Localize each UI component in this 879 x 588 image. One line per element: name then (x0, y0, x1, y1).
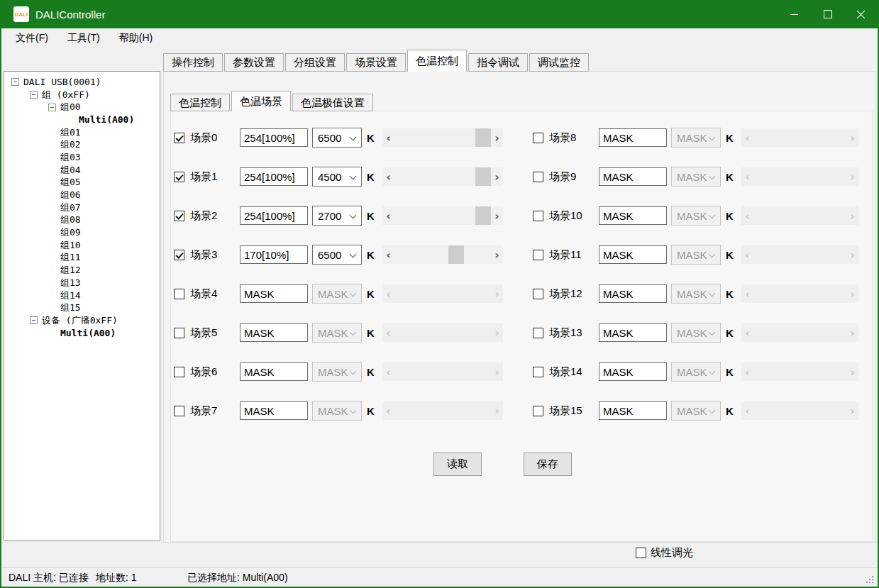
scroll-left-icon[interactable] (382, 362, 394, 381)
scroll-left-icon[interactable] (741, 401, 753, 420)
scene-level-scrollbar[interactable] (741, 128, 858, 147)
scroll-right-icon[interactable] (491, 167, 503, 186)
minimize-button[interactable] (778, 0, 811, 28)
tree-item[interactable]: 组07 (4, 201, 160, 214)
tree-item[interactable]: 组13 (4, 277, 160, 289)
collapse-icon[interactable] (30, 316, 38, 324)
tree-item[interactable]: 组08 (4, 214, 160, 227)
tree-item[interactable]: 组 (0xFF) (4, 89, 160, 101)
scroll-right-icon[interactable] (846, 206, 858, 225)
tree-item[interactable]: 组12 (4, 264, 160, 277)
scroll-right-icon[interactable] (491, 323, 503, 342)
scene-kelvin-select[interactable]: MASK (312, 284, 362, 304)
tab-command-debug[interactable]: 指令调试 (468, 53, 528, 72)
scene-level-scrollbar[interactable] (741, 167, 858, 186)
tree-item[interactable]: 组01 (4, 126, 160, 139)
scroll-right-icon[interactable] (846, 245, 858, 264)
menu-item-help[interactable]: 帮助(H) (112, 29, 160, 48)
scroll-left-icon[interactable] (382, 245, 394, 264)
scroll-left-icon[interactable] (382, 284, 394, 303)
scene-kelvin-select[interactable]: MASK (671, 245, 721, 265)
scene-level-input[interactable] (240, 167, 308, 186)
scroll-left-icon[interactable] (382, 128, 394, 147)
scene-kelvin-select[interactable]: 6500 (312, 128, 362, 148)
tab-scene-settings[interactable]: 场景设置 (346, 53, 406, 72)
scene-level-input[interactable] (599, 323, 667, 342)
scroll-left-icon[interactable] (741, 206, 753, 225)
scene-level-input[interactable] (599, 284, 667, 303)
scroll-thumb[interactable] (475, 128, 491, 147)
tab-operation-control[interactable]: 操作控制 (163, 53, 223, 72)
scroll-right-icon[interactable] (491, 245, 503, 264)
scene-level-scrollbar[interactable] (382, 362, 503, 381)
scroll-right-icon[interactable] (491, 362, 503, 381)
scroll-left-icon[interactable] (382, 323, 394, 342)
scene-checkbox[interactable] (174, 328, 184, 338)
scene-level-input[interactable] (240, 323, 308, 342)
tree-item[interactable]: DALI USB(0001) (4, 76, 160, 89)
scroll-right-icon[interactable] (491, 128, 503, 147)
scroll-right-icon[interactable] (491, 284, 503, 303)
scene-checkbox[interactable] (533, 406, 543, 416)
scene-level-input[interactable] (240, 206, 308, 225)
scene-checkbox[interactable] (174, 172, 184, 182)
tree-item[interactable]: 组06 (4, 189, 160, 201)
save-button[interactable]: 保存 (524, 453, 572, 476)
scene-level-scrollbar[interactable] (382, 323, 503, 342)
scene-kelvin-select[interactable]: 4500 (312, 167, 362, 187)
scene-level-scrollbar[interactable] (741, 323, 858, 342)
scene-level-input[interactable] (599, 401, 667, 420)
tree-item[interactable]: 组11 (4, 252, 160, 265)
scene-kelvin-select[interactable]: MASK (312, 362, 362, 382)
tree-item[interactable]: 组14 (4, 289, 160, 302)
scene-level-input[interactable] (240, 128, 308, 147)
subtab-color-temp-scene[interactable]: 色温场景 (231, 91, 291, 111)
subtab-color-temp-limits[interactable]: 色温极值设置 (292, 94, 373, 111)
scene-level-scrollbar[interactable] (741, 206, 858, 225)
scroll-left-icon[interactable] (741, 323, 753, 342)
scene-level-input[interactable] (240, 245, 308, 264)
scene-kelvin-select[interactable]: MASK (671, 362, 721, 382)
scene-checkbox[interactable] (533, 328, 543, 338)
scene-kelvin-select[interactable]: MASK (671, 323, 721, 343)
tree-item[interactable]: 组05 (4, 177, 160, 189)
scroll-right-icon[interactable] (491, 401, 503, 420)
scene-level-input[interactable] (599, 167, 667, 186)
scene-level-scrollbar[interactable] (382, 128, 503, 147)
close-button[interactable] (844, 0, 878, 28)
scene-level-input[interactable] (240, 284, 308, 303)
scene-checkbox[interactable] (174, 250, 184, 260)
collapse-icon[interactable] (48, 104, 56, 111)
scroll-right-icon[interactable] (846, 167, 858, 186)
scene-level-scrollbar[interactable] (382, 401, 503, 420)
scene-level-input[interactable] (599, 245, 667, 264)
scene-level-scrollbar[interactable] (382, 206, 503, 225)
scene-level-scrollbar[interactable] (382, 167, 503, 186)
collapse-icon[interactable] (30, 91, 38, 99)
scroll-thumb[interactable] (448, 245, 464, 264)
scroll-left-icon[interactable] (741, 362, 753, 381)
scene-checkbox[interactable] (533, 133, 543, 143)
device-tree[interactable]: DALI USB(0001)组 (0xFF)组00Multi(A00)组01组0… (4, 71, 160, 541)
scene-kelvin-select[interactable]: MASK (671, 401, 721, 421)
tab-grouping-settings[interactable]: 分组设置 (285, 53, 345, 72)
scroll-right-icon[interactable] (846, 362, 858, 381)
scroll-thumb[interactable] (475, 206, 491, 225)
scroll-right-icon[interactable] (846, 284, 858, 303)
subtab-color-temp-control[interactable]: 色温控制 (170, 94, 230, 111)
scene-kelvin-select[interactable]: MASK (671, 128, 721, 148)
tree-item[interactable]: 组03 (4, 151, 160, 164)
resize-grip[interactable] (866, 576, 875, 584)
scroll-left-icon[interactable] (741, 167, 753, 186)
scene-checkbox[interactable] (533, 172, 543, 182)
scene-level-scrollbar[interactable] (741, 362, 858, 381)
scene-level-input[interactable] (599, 206, 667, 225)
scene-level-scrollbar[interactable] (382, 284, 503, 303)
scene-level-input[interactable] (240, 362, 308, 381)
tree-item[interactable]: 组15 (4, 301, 160, 314)
read-button[interactable]: 读取 (433, 453, 482, 476)
scroll-left-icon[interactable] (741, 128, 753, 147)
tree-item[interactable]: 设备 (广播0xFF) (4, 314, 160, 327)
scroll-left-icon[interactable] (382, 401, 394, 420)
tab-parameter-settings[interactable]: 参数设置 (224, 53, 284, 72)
